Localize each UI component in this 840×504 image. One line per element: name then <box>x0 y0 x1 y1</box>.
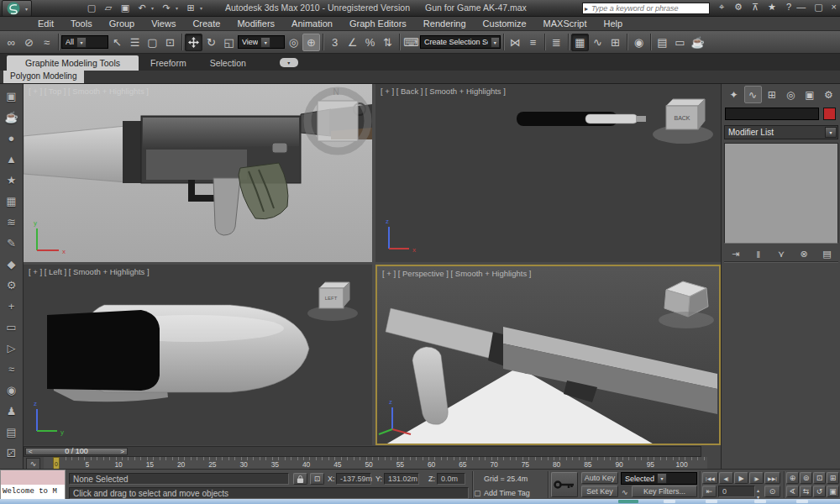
zoom-extents-all-button[interactable]: ⊞ <box>827 472 839 484</box>
pin-stack-icon[interactable]: ⇥ <box>727 249 744 260</box>
pan-button[interactable]: ⇆ <box>800 486 812 497</box>
field-of-view-button[interactable]: ∢ <box>786 486 799 497</box>
springs-icon[interactable]: ≋ <box>1 212 23 233</box>
utilities-tab-icon[interactable]: ⚙ <box>820 86 837 103</box>
quick-render-teapot-icon[interactable]: ☕ <box>689 34 706 51</box>
transform-gizmo-icon[interactable]: + <box>1 296 23 317</box>
menu-item[interactable]: Graph Editors <box>342 18 414 29</box>
object-color-swatch[interactable] <box>823 108 836 120</box>
new-file-icon[interactable]: ▢ <box>84 1 99 15</box>
open-file-icon[interactable]: ▱ <box>101 1 116 15</box>
modifier-stack[interactable] <box>724 143 838 244</box>
material-editor-icon[interactable]: ◉ <box>630 34 648 51</box>
orbit-button[interactable]: ↺ <box>813 486 826 497</box>
window-crossing-icon[interactable]: ⊡ <box>161 34 179 51</box>
polygon-modeling-panel-button[interactable]: Polygon Modeling <box>3 71 84 83</box>
menu-item[interactable]: Animation <box>284 18 340 29</box>
reference-coordinate-dropdown[interactable]: View ▾ <box>238 35 285 49</box>
zoom-extents-button[interactable]: ⊡ <box>813 472 826 484</box>
time-slider-handle[interactable]: < 0 / 100 > <box>25 448 128 455</box>
viewport-perspective-label[interactable]: [ + ] [ Perspective ] [ Smooth + Highlig… <box>382 269 531 278</box>
menu-item[interactable]: Edit <box>30 18 61 29</box>
search-options-icon[interactable]: ⌖ <box>716 2 727 13</box>
absolute-offset-toggle[interactable]: ⊡ <box>310 473 324 485</box>
menu-item[interactable]: Create <box>185 18 228 29</box>
align-icon[interactable]: ≡ <box>524 34 542 51</box>
zoom-all-button[interactable]: ⊚ <box>800 472 812 484</box>
notebook-icon[interactable]: ▤ <box>1 422 23 443</box>
rectangular-selection-region-icon[interactable]: ▢ <box>144 34 161 51</box>
use-pivot-point-center-icon[interactable]: ◎ <box>285 34 302 51</box>
viewport-back[interactable]: BACK z x [ + ] [ Back ] [ Smooth + Highl… <box>375 84 721 262</box>
taskbar-item[interactable] <box>796 500 808 503</box>
render-setup-icon[interactable]: ▤ <box>654 34 671 51</box>
angle-snap-icon[interactable]: ∠ <box>344 34 361 51</box>
snaps-toggle-icon[interactable]: 3 <box>326 34 344 51</box>
go-to-start-button[interactable]: |◀◀ <box>702 472 718 484</box>
mini-curve-editor-icon[interactable]: ∿ <box>26 458 40 470</box>
ribbon-minimize-icon[interactable]: ▾ <box>280 58 298 67</box>
undo-dropdown-icon[interactable]: ▾ <box>151 5 157 11</box>
viewcube-perspective[interactable] <box>659 281 714 328</box>
menu-item[interactable]: Views <box>144 18 183 29</box>
object-name-field[interactable] <box>725 108 819 120</box>
z-coordinate-field[interactable]: 0.0m <box>437 473 465 485</box>
menu-item[interactable]: MAXScript <box>536 18 595 29</box>
menu-item[interactable]: Customize <box>475 18 534 29</box>
redo-icon[interactable]: ↷ <box>159 1 174 15</box>
maxscript-mini-listener[interactable]: Welcome to M <box>0 470 66 500</box>
current-frame-field[interactable]: 0 <box>718 486 755 497</box>
menu-item[interactable]: Tools <box>63 18 100 29</box>
menu-item[interactable]: Rendering <box>416 18 474 29</box>
auto-key-button[interactable]: Auto Key <box>581 472 618 484</box>
next-frame-arrow-icon[interactable]: > <box>118 449 127 455</box>
cone-icon[interactable]: ▲ <box>1 149 23 170</box>
select-and-link-icon[interactable]: ∞ <box>3 34 20 51</box>
viewport-back-label[interactable]: [ + ] [ Back ] [ Smooth + Highlights ] <box>381 87 506 96</box>
taskbar-item[interactable] <box>706 500 717 503</box>
modify-tab-icon[interactable]: ∿ <box>744 86 762 103</box>
viewport-perspective[interactable]: z [ + ] [ Perspective ] [ Smooth + Highl… <box>375 265 721 445</box>
bind-to-space-warp-icon[interactable]: ≈ <box>38 34 55 51</box>
macro-recorder-pane[interactable] <box>1 470 65 485</box>
hand-book-icon[interactable]: ▷ <box>1 338 23 359</box>
listener-pane[interactable]: Welcome to M <box>1 485 65 499</box>
taskbar-item[interactable] <box>754 500 766 503</box>
named-selection-set-dropdown[interactable]: Create Selection Se ▾ <box>420 35 501 49</box>
select-and-rotate-icon[interactable]: ↻ <box>202 34 220 51</box>
next-frame-button[interactable]: |▶ <box>749 472 764 484</box>
graphite-modeling-tools-icon[interactable]: ▦ <box>571 34 589 51</box>
teapot-icon[interactable]: ☕ <box>1 107 23 128</box>
layer-manager-icon[interactable]: ≣ <box>548 34 565 51</box>
x-coordinate-field[interactable]: -137.59m <box>336 473 371 485</box>
close-button[interactable]: × <box>832 2 837 13</box>
help-icon[interactable]: ? <box>783 2 795 13</box>
project-folder-icon[interactable]: ⊞ <box>183 1 198 15</box>
show-end-result-icon[interactable]: ‖ <box>750 249 767 260</box>
save-file-icon[interactable]: ▣ <box>118 1 133 15</box>
add-time-tag[interactable]: Add Time Tag <box>484 487 530 499</box>
minimize-button[interactable]: — <box>796 2 806 13</box>
make-unique-icon[interactable]: ⋎ <box>773 249 790 260</box>
set-key-button[interactable]: Set Key <box>581 486 618 497</box>
primitives-icon[interactable]: ▣ <box>1 86 23 107</box>
hierarchy-tab-icon[interactable]: ⊞ <box>763 86 780 103</box>
taskbar-item[interactable] <box>664 500 675 503</box>
viewcube-back[interactable]: BACK <box>653 99 713 144</box>
selection-lock-toggle[interactable] <box>293 473 307 485</box>
dice-icon[interactable]: ⚂ <box>1 443 23 464</box>
menu-item[interactable]: Group <box>102 18 143 29</box>
menu-item[interactable]: Modifiers <box>229 18 282 29</box>
viewport-left[interactable]: LEFT z y [ + ] [ Left ] [ Smooth + Highl… <box>24 265 372 445</box>
subscription-center-icon[interactable]: ⚙ <box>732 2 744 13</box>
set-keys-button[interactable] <box>551 472 578 497</box>
figure-icon[interactable]: ♟ <box>1 401 23 422</box>
previous-frame-arrow-icon[interactable]: < <box>26 449 35 455</box>
vehicle-icon[interactable]: ▭ <box>1 317 23 338</box>
mirror-icon[interactable]: ⋈ <box>507 34 524 51</box>
tab-graphite-modeling-tools[interactable]: Graphite Modeling Tools <box>7 55 139 71</box>
curve-editor-icon[interactable]: ∿ <box>589 34 606 51</box>
waves-icon[interactable]: ≈ <box>1 359 23 380</box>
percent-snap-icon[interactable]: % <box>361 34 379 51</box>
time-slider[interactable]: < 0 / 100 > <box>24 446 701 457</box>
